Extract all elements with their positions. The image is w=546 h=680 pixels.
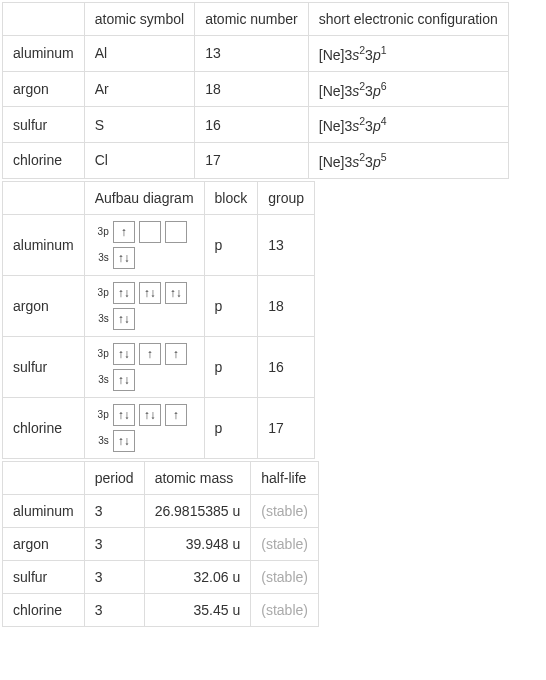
orbital-box: ↑↓	[113, 369, 135, 391]
orbital-box: ↑↓	[139, 282, 161, 304]
atomic-symbol: Al	[84, 36, 194, 72]
atomic-number: 16	[195, 107, 309, 143]
orbital-box: ↑↓	[165, 282, 187, 304]
header-group: group	[258, 181, 315, 214]
header-block: block	[204, 181, 258, 214]
header-aufbau: Aufbau diagram	[84, 181, 204, 214]
atomic-symbol: Cl	[84, 142, 194, 178]
orbital-box: ↑↓	[113, 343, 135, 365]
orbital-label-3s: 3s	[95, 313, 109, 324]
orbital-box: ↑	[113, 221, 135, 243]
table-row: aluminum 3p ↑ 3s ↑↓ p 13	[3, 214, 315, 275]
period: 3	[84, 593, 144, 626]
header-atomic-mass: atomic mass	[144, 461, 251, 494]
aufbau-diagram: 3p ↑↓ ↑↓ ↑ 3s ↑↓	[84, 397, 204, 458]
atomic-mass: 35.45 u	[144, 593, 251, 626]
period: 3	[84, 560, 144, 593]
orbital-box	[165, 221, 187, 243]
orbital-label-3p: 3p	[95, 287, 109, 298]
atomic-number: 13	[195, 36, 309, 72]
atomic-symbol: Ar	[84, 71, 194, 107]
header-short-config: short electronic configuration	[308, 3, 508, 36]
orbital-box: ↑↓	[113, 247, 135, 269]
orbital-label-3p: 3p	[95, 226, 109, 237]
orbital-box: ↑↓	[113, 404, 135, 426]
header-empty	[3, 461, 85, 494]
half-life: (stable)	[251, 527, 319, 560]
atomic-mass: 39.948 u	[144, 527, 251, 560]
electronic-config: [Ne]3s23p1	[308, 36, 508, 72]
orbital-box: ↑	[139, 343, 161, 365]
table-row: argon 3p ↑↓ ↑↓ ↑↓ 3s ↑↓ p 18	[3, 275, 315, 336]
orbital-box: ↑	[165, 343, 187, 365]
element-name: aluminum	[3, 494, 85, 527]
half-life: (stable)	[251, 593, 319, 626]
table-row: chlorine 3p ↑↓ ↑↓ ↑ 3s ↑↓ p 17	[3, 397, 315, 458]
orbital-box: ↑	[165, 404, 187, 426]
element-name: chlorine	[3, 142, 85, 178]
electronic-config: [Ne]3s23p4	[308, 107, 508, 143]
orbital-box: ↑↓	[113, 282, 135, 304]
table-header-row: atomic symbol atomic number short electr…	[3, 3, 509, 36]
aufbau-diagram: 3p ↑↓ ↑ ↑ 3s ↑↓	[84, 336, 204, 397]
table-row: argon Ar 18 [Ne]3s23p6	[3, 71, 509, 107]
group: 13	[258, 214, 315, 275]
atomic-number: 17	[195, 142, 309, 178]
atomic-number: 18	[195, 71, 309, 107]
table-electronic-config: atomic symbol atomic number short electr…	[2, 2, 509, 179]
orbital-box: ↑↓	[113, 308, 135, 330]
table-row: aluminum 3 26.9815385 u (stable)	[3, 494, 319, 527]
electronic-config: [Ne]3s23p5	[308, 142, 508, 178]
block: p	[204, 214, 258, 275]
table-header-row: period atomic mass half-life	[3, 461, 319, 494]
element-name: aluminum	[3, 36, 85, 72]
electronic-config: [Ne]3s23p6	[308, 71, 508, 107]
orbital-box: ↑↓	[113, 430, 135, 452]
atomic-symbol: S	[84, 107, 194, 143]
table-row: sulfur 3p ↑↓ ↑ ↑ 3s ↑↓ p 16	[3, 336, 315, 397]
header-atomic-symbol: atomic symbol	[84, 3, 194, 36]
header-period: period	[84, 461, 144, 494]
orbital-label-3p: 3p	[95, 348, 109, 359]
table-aufbau: Aufbau diagram block group aluminum 3p ↑…	[2, 181, 315, 459]
orbital-label-3p: 3p	[95, 409, 109, 420]
group: 17	[258, 397, 315, 458]
element-name: sulfur	[3, 560, 85, 593]
orbital-box: ↑↓	[139, 404, 161, 426]
period: 3	[84, 494, 144, 527]
atomic-mass: 26.9815385 u	[144, 494, 251, 527]
element-name: argon	[3, 71, 85, 107]
orbital-label-3s: 3s	[95, 435, 109, 446]
header-empty	[3, 181, 85, 214]
table-row: chlorine 3 35.45 u (stable)	[3, 593, 319, 626]
element-name: chlorine	[3, 397, 85, 458]
table-row: sulfur 3 32.06 u (stable)	[3, 560, 319, 593]
table-header-row: Aufbau diagram block group	[3, 181, 315, 214]
block: p	[204, 336, 258, 397]
half-life: (stable)	[251, 494, 319, 527]
table-period-mass: period atomic mass half-life aluminum 3 …	[2, 461, 319, 627]
half-life: (stable)	[251, 560, 319, 593]
orbital-label-3s: 3s	[95, 374, 109, 385]
element-name: chlorine	[3, 593, 85, 626]
orbital-label-3s: 3s	[95, 252, 109, 263]
header-empty	[3, 3, 85, 36]
atomic-mass: 32.06 u	[144, 560, 251, 593]
block: p	[204, 275, 258, 336]
element-name: argon	[3, 527, 85, 560]
table-row: aluminum Al 13 [Ne]3s23p1	[3, 36, 509, 72]
table-row: sulfur S 16 [Ne]3s23p4	[3, 107, 509, 143]
element-name: sulfur	[3, 336, 85, 397]
period: 3	[84, 527, 144, 560]
header-atomic-number: atomic number	[195, 3, 309, 36]
aufbau-diagram: 3p ↑ 3s ↑↓	[84, 214, 204, 275]
group: 18	[258, 275, 315, 336]
element-name: sulfur	[3, 107, 85, 143]
element-name: argon	[3, 275, 85, 336]
block: p	[204, 397, 258, 458]
header-half-life: half-life	[251, 461, 319, 494]
group: 16	[258, 336, 315, 397]
table-row: argon 3 39.948 u (stable)	[3, 527, 319, 560]
aufbau-diagram: 3p ↑↓ ↑↓ ↑↓ 3s ↑↓	[84, 275, 204, 336]
orbital-box	[139, 221, 161, 243]
